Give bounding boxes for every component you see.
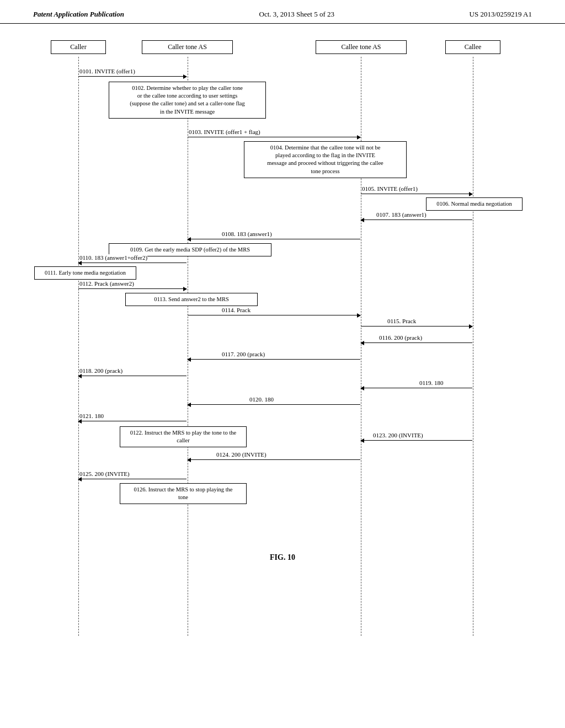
label-0125: 0125. 200 (INVITE) — [79, 470, 130, 477]
label-0114: 0114. Prack — [222, 307, 250, 313]
arrow-0124 — [188, 459, 360, 460]
arrow-0125 — [78, 479, 186, 479]
label-0121: 0121. 180 — [79, 413, 104, 419]
process-0126: 0126. Instruct the MRS to stop playing t… — [120, 483, 247, 504]
arrow-0120 — [188, 404, 360, 405]
label-0107: 0107. 183 (answer1) — [376, 211, 427, 218]
label-0105: 0105. INVITE (offer1) — [362, 185, 418, 192]
label-0117: 0117. 200 (prack) — [222, 351, 265, 357]
lifeline-callee — [473, 57, 473, 636]
label-0108: 0108. 183 (answer1) — [222, 231, 272, 237]
label-0110: 0110. 183 (answer1+offer2) — [79, 254, 147, 261]
process-0104: 0104. Determine that the callee tone wil… — [244, 141, 407, 178]
participant-callee-tone-as: Callee tone AS — [316, 40, 407, 54]
process-0113: 0113. Send answer2 to the MRS — [125, 293, 258, 306]
page-header: Patent Application Publication Oct. 3, 2… — [0, 0, 565, 24]
process-0111: 0111. Early tone media negotiation — [34, 266, 136, 280]
participant-caller-tone-as: Caller tone AS — [142, 40, 233, 54]
arrow-0117 — [188, 359, 360, 360]
header-center: Oct. 3, 2013 Sheet 5 of 23 — [259, 10, 334, 19]
lifeline-caller — [78, 57, 79, 636]
arrow-0118 — [78, 376, 186, 376]
arrow-0101 — [78, 76, 186, 77]
label-0118: 0118. 200 (prack) — [79, 367, 122, 374]
label-0103: 0103. INVITE (offer1 + flag) — [189, 129, 260, 135]
arrow-0116 — [361, 342, 472, 343]
arrow-0103 — [188, 137, 360, 137]
arrow-0119 — [361, 388, 472, 388]
arrow-0123 — [361, 440, 472, 441]
label-0112: 0112. Prack (answer2) — [79, 280, 134, 287]
header-left: Patent Application Publication — [33, 10, 124, 19]
diagram: Caller Caller tone AS Callee tone AS Cal… — [34, 40, 531, 647]
label-0116: 0116. 200 (prack) — [379, 334, 422, 341]
process-0102: 0102. Determine whether to play the call… — [109, 82, 266, 119]
participant-callee: Callee — [445, 40, 500, 54]
arrow-0115 — [361, 326, 472, 326]
label-0101: 0101. INVITE (offer1) — [79, 68, 135, 74]
label-0120: 0120. 180 — [249, 396, 274, 403]
label-0124: 0124. 200 (INVITE) — [216, 451, 266, 458]
process-0122: 0122. Instruct the MRS to play the tone … — [120, 426, 247, 447]
arrow-0108 — [188, 239, 360, 239]
label-0119: 0119. 180 — [419, 379, 444, 386]
label-0123: 0123. 200 (INVITE) — [373, 432, 423, 438]
participant-caller: Caller — [51, 40, 106, 54]
lifeline-caller-tone-as — [188, 57, 188, 636]
arrow-0110 — [78, 263, 186, 263]
label-0115: 0115. Prack — [387, 318, 416, 324]
process-0106: 0106. Normal media negotiation — [426, 197, 523, 211]
arrow-0107 — [361, 220, 472, 220]
arrow-0121 — [78, 421, 186, 421]
header-right: US 2013/0259219 A1 — [470, 10, 532, 19]
arrow-0112 — [78, 288, 186, 289]
arrow-0114 — [188, 315, 360, 315]
arrow-0105 — [361, 194, 472, 194]
